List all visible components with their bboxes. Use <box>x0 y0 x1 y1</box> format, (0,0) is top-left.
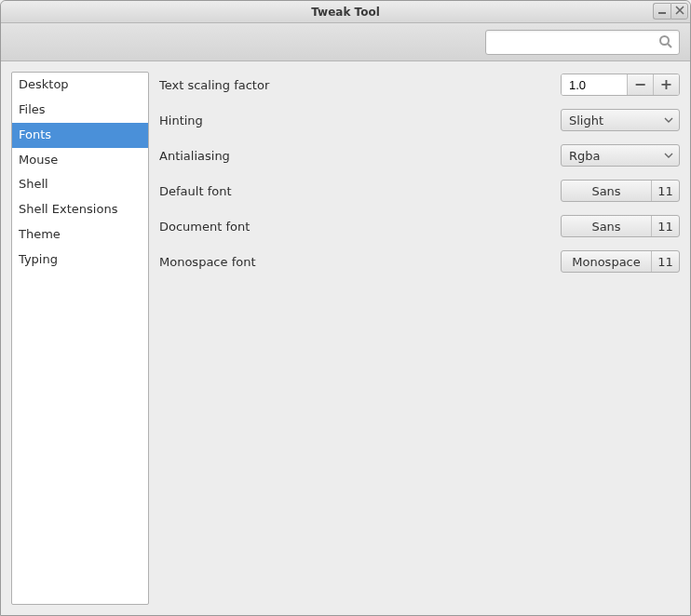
plus-icon: + <box>660 77 672 92</box>
search-box[interactable] <box>485 30 680 55</box>
sidebar-item-label: Desktop <box>19 77 69 91</box>
content-area: Desktop Files Fonts Mouse Shell Shell Ex… <box>1 61 690 615</box>
sidebar-item-typing[interactable]: Typing <box>12 248 148 273</box>
app-window: Tweak Tool Desktop Files F <box>0 0 691 616</box>
svg-rect-0 <box>658 12 666 14</box>
chevron-down-icon <box>664 151 673 160</box>
sidebar-item-theme[interactable]: Theme <box>12 222 148 248</box>
label-text-scaling: Text scaling factor <box>159 78 269 92</box>
row-antialiasing: Antialiasing Rgba <box>159 144 680 167</box>
close-button[interactable] <box>671 3 688 20</box>
sidebar-item-label: Files <box>19 102 46 116</box>
sidebar-item-label: Shell Extensions <box>19 202 117 216</box>
hinting-value: Slight <box>569 114 603 127</box>
window-controls <box>653 3 688 20</box>
default-font-family: Sans <box>562 181 651 201</box>
document-font-family: Sans <box>562 216 651 236</box>
toolbar <box>1 23 690 61</box>
sidebar-item-desktop[interactable]: Desktop <box>12 73 148 98</box>
monospace-font-family: Monospace <box>562 251 651 272</box>
sidebar-item-files[interactable]: Files <box>12 98 148 123</box>
svg-point-1 <box>660 36 669 45</box>
row-default-font: Default font Sans 11 <box>159 180 680 202</box>
minus-icon: − <box>634 77 646 92</box>
titlebar: Tweak Tool <box>1 1 690 23</box>
minimize-icon <box>657 6 667 17</box>
row-document-font: Document font Sans 11 <box>159 215 680 237</box>
antialiasing-value: Rgba <box>569 149 601 163</box>
minimize-button[interactable] <box>653 3 671 20</box>
monospace-font-button[interactable]: Monospace 11 <box>561 250 680 273</box>
sidebar-item-shell-extensions[interactable]: Shell Extensions <box>12 197 148 222</box>
monospace-font-size: 11 <box>651 251 679 272</box>
label-default-font: Default font <box>159 184 232 198</box>
text-scaling-increment[interactable]: + <box>653 74 679 95</box>
label-document-font: Document font <box>159 220 250 234</box>
document-font-size: 11 <box>651 216 679 236</box>
row-hinting: Hinting Slight <box>159 109 680 131</box>
text-scaling-spinbox[interactable]: − + <box>561 74 680 96</box>
text-scaling-decrement[interactable]: − <box>627 74 653 95</box>
sidebar-item-mouse[interactable]: Mouse <box>12 148 148 173</box>
antialiasing-combo[interactable]: Rgba <box>561 144 680 167</box>
window-title: Tweak Tool <box>311 6 380 19</box>
sidebar-item-label: Fonts <box>19 127 51 141</box>
sidebar-item-label: Theme <box>19 227 61 241</box>
settings-panel: Text scaling factor − + Hinting Slight A… <box>159 72 680 605</box>
label-hinting: Hinting <box>159 114 203 127</box>
search-input[interactable] <box>492 34 658 50</box>
close-icon <box>675 6 684 17</box>
svg-line-2 <box>668 44 671 47</box>
default-font-size: 11 <box>651 181 679 201</box>
label-monospace-font: Monospace font <box>159 255 256 269</box>
sidebar-item-shell[interactable]: Shell <box>12 172 148 197</box>
sidebar-item-label: Mouse <box>19 153 58 167</box>
search-icon <box>658 34 673 49</box>
sidebar: Desktop Files Fonts Mouse Shell Shell Ex… <box>11 72 149 605</box>
row-text-scaling: Text scaling factor − + <box>159 74 680 96</box>
row-monospace-font: Monospace font Monospace 11 <box>159 250 680 273</box>
document-font-button[interactable]: Sans 11 <box>561 215 680 237</box>
chevron-down-icon <box>664 115 673 125</box>
sidebar-item-label: Shell <box>19 177 48 191</box>
label-antialiasing: Antialiasing <box>159 149 230 163</box>
sidebar-item-label: Typing <box>19 252 58 266</box>
sidebar-item-fonts[interactable]: Fonts <box>12 123 148 148</box>
default-font-button[interactable]: Sans 11 <box>561 180 680 202</box>
hinting-combo[interactable]: Slight <box>561 109 680 131</box>
text-scaling-input[interactable] <box>562 74 627 95</box>
